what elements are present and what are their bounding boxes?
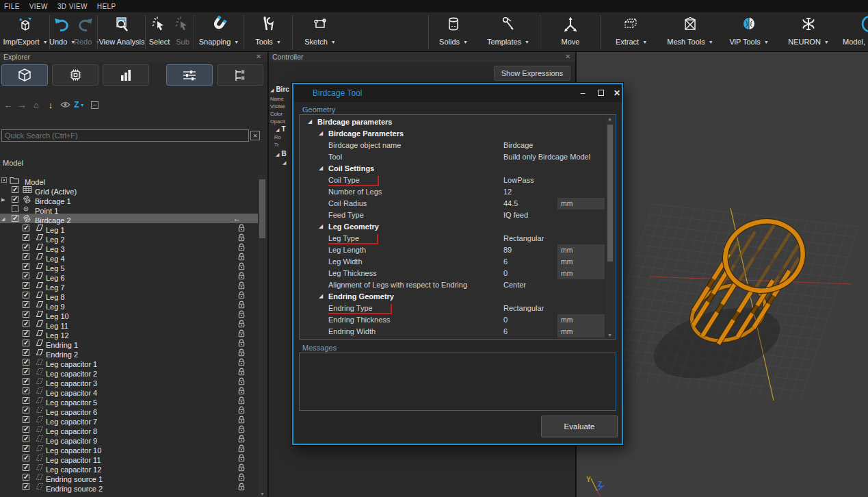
param-value[interactable]: Rectangular bbox=[503, 304, 544, 312]
visibility-checkbox[interactable] bbox=[23, 282, 29, 289]
visibility-checkbox[interactable] bbox=[23, 244, 29, 251]
scrollbar-thumb[interactable] bbox=[259, 179, 265, 238]
tree-item-birdcage-2[interactable]: ◢Birdcage 2← bbox=[0, 214, 258, 223]
search-input[interactable] bbox=[1, 129, 249, 142]
explorer-tab-simulation[interactable] bbox=[52, 64, 98, 86]
dropdown-caret[interactable]: ▼ bbox=[525, 40, 529, 44]
param-value[interactable]: 44.5 bbox=[503, 199, 518, 207]
param-value[interactable]: IQ feed bbox=[503, 211, 528, 219]
param-group-birdcage-parameters[interactable]: ◢Birdcage Parameters bbox=[301, 128, 605, 140]
tree-item-leg-6[interactable]: Leg 6 bbox=[0, 271, 258, 281]
toolbar-sketch[interactable]: Sketch▼ bbox=[294, 14, 346, 51]
close-icon[interactable]: ✕ bbox=[611, 88, 623, 99]
visibility-checkbox[interactable] bbox=[12, 205, 18, 212]
visibility-checkbox[interactable] bbox=[23, 378, 29, 385]
visibility-checkbox[interactable] bbox=[23, 311, 29, 318]
toolbar-vip-tools[interactable]: ViP Tools▼ bbox=[720, 14, 778, 51]
tree-item-leg-capacitor-5[interactable]: Leg capacitor 5 bbox=[0, 396, 258, 405]
tree-item-leg-9[interactable]: Leg 9 bbox=[0, 300, 258, 309]
tree-item-leg-1[interactable]: Leg 1 bbox=[0, 223, 258, 233]
param-group-endring-geometry[interactable]: ◢Endring Geometry bbox=[301, 291, 605, 303]
visibility-checkbox[interactable] bbox=[23, 234, 29, 241]
explorer-tab-analysis[interactable] bbox=[103, 64, 149, 86]
tree-item-leg-8[interactable]: Leg 8 bbox=[0, 290, 258, 300]
expand-expanded-icon[interactable]: ◢ bbox=[1, 214, 5, 224]
visibility-checkbox[interactable] bbox=[23, 397, 29, 404]
toolbar-select[interactable]: Select bbox=[146, 14, 172, 51]
visibility-checkbox[interactable] bbox=[12, 215, 18, 222]
tree-item-leg-capacitor-11[interactable]: Leg capacitor 11 bbox=[0, 453, 258, 463]
visibility-checkbox[interactable] bbox=[23, 340, 29, 346]
tree-item-leg-capacitor-12[interactable]: Leg capacitor 12 bbox=[0, 463, 258, 472]
dropdown-caret[interactable]: ▼ bbox=[234, 40, 239, 44]
explorer-tab-circuit[interactable] bbox=[217, 64, 263, 86]
param-row-endring-thickness[interactable]: Endring Thickness0mm bbox=[301, 314, 605, 326]
show-expressions-button[interactable]: Show Expressions bbox=[494, 66, 570, 81]
param-value[interactable]: Build only Birdcage Model bbox=[503, 153, 590, 161]
tree-item-leg-capacitor-9[interactable]: Leg capacitor 9 bbox=[0, 434, 258, 444]
expand-collapsed-icon[interactable]: ▶ bbox=[1, 195, 5, 205]
explorer-tab-controller[interactable] bbox=[166, 64, 213, 86]
param-value[interactable]: LowPass bbox=[503, 176, 534, 184]
visibility-checkbox[interactable] bbox=[23, 320, 29, 327]
tree-item-leg-2[interactable]: Leg 2 bbox=[0, 233, 258, 242]
param-row-leg-thickness[interactable]: Leg Thickness0mm bbox=[301, 268, 605, 279]
toolbar-solids[interactable]: Solids▼ bbox=[430, 14, 477, 51]
dropdown-caret[interactable]: ▼ bbox=[764, 40, 769, 44]
param-unit-select[interactable]: mm bbox=[557, 198, 605, 209]
toolbar-imp-export[interactable]: Imp/Export▼ bbox=[1, 14, 49, 51]
tree-item-leg-11[interactable]: Leg 11 bbox=[0, 319, 258, 329]
explorer-scrollbar[interactable]: ▼ bbox=[258, 175, 267, 497]
toolbar-undo[interactable]: Undo▼ bbox=[49, 14, 74, 51]
param-value[interactable]: 6 bbox=[503, 327, 508, 335]
visibility-checkbox[interactable] bbox=[23, 225, 29, 231]
param-group-coil-settings[interactable]: ◢Coil Settings bbox=[301, 163, 605, 175]
visibility-checkbox[interactable] bbox=[23, 272, 29, 279]
tree-item-grid-active-[interactable]: Grid (Active) bbox=[0, 185, 258, 194]
visibility-checkbox[interactable] bbox=[23, 387, 29, 394]
dropdown-caret[interactable]: ▼ bbox=[824, 40, 829, 44]
back-icon[interactable]: ← bbox=[2, 99, 14, 111]
visibility-checkbox[interactable] bbox=[12, 196, 18, 203]
visibility-checkbox[interactable] bbox=[23, 464, 29, 471]
param-value[interactable]: Center bbox=[503, 281, 526, 289]
tree-item-leg-capacitor-7[interactable]: Leg capacitor 7 bbox=[0, 415, 258, 424]
param-value[interactable]: 0 bbox=[503, 269, 508, 277]
param-row-leg-width[interactable]: Leg Width6mm bbox=[301, 256, 605, 268]
visibility-checkbox[interactable] bbox=[23, 263, 29, 270]
expand-expanded-icon[interactable]: ◢ bbox=[319, 165, 323, 171]
tree-item-endring-source-2[interactable]: Endring source 2 bbox=[0, 482, 258, 492]
menu-help[interactable]: HELP bbox=[97, 3, 116, 10]
parameters-scrollbar[interactable]: ▲ ▼ bbox=[606, 116, 614, 337]
tree-item-leg-7[interactable]: Leg 7 bbox=[0, 281, 258, 290]
scrollbar-thumb[interactable] bbox=[607, 125, 613, 262]
tree-item-leg-capacitor-8[interactable]: Leg capacitor 8 bbox=[0, 424, 258, 434]
toolbar-sub[interactable]: Sub bbox=[172, 14, 193, 51]
param-value[interactable]: Rectangular bbox=[503, 234, 544, 242]
param-row-birdcage-object-name[interactable]: Birdcage object nameBirdcage bbox=[301, 140, 605, 151]
dropdown-caret[interactable]: ▼ bbox=[642, 40, 647, 44]
param-unit-select[interactable]: mm bbox=[557, 326, 605, 337]
param-row-endring-type[interactable]: Endring TypeRectangular bbox=[301, 303, 605, 314]
toolbar-mesh-tools[interactable]: Mesh Tools▼ bbox=[661, 14, 720, 51]
explorer-close-icon[interactable]: ✕ bbox=[256, 53, 261, 60]
visibility-checkbox[interactable] bbox=[12, 186, 18, 193]
dropdown-caret[interactable]: ▼ bbox=[709, 40, 713, 44]
visibility-checkbox[interactable] bbox=[23, 330, 29, 337]
toolbar-extract[interactable]: Extract▼ bbox=[602, 14, 661, 51]
tree-item-birdcage-1[interactable]: ▶Birdcage 1 bbox=[0, 194, 258, 204]
param-row-tool[interactable]: ToolBuild only Birdcage Model bbox=[301, 151, 605, 163]
tree-item-leg-capacitor-1[interactable]: Leg capacitor 1 bbox=[0, 357, 258, 367]
forward-icon[interactable]: → bbox=[16, 99, 28, 111]
tree-item-leg-12[interactable]: Leg 12 bbox=[0, 329, 258, 338]
menu-3d-view[interactable]: 3D VIEW bbox=[57, 3, 88, 10]
param-row-number-of-legs[interactable]: Number of Legs12 bbox=[301, 186, 605, 198]
param-row-leg-type[interactable]: Leg TypeRectangular bbox=[301, 233, 605, 244]
param-row-leg-length[interactable]: Leg Length89mm bbox=[301, 244, 605, 256]
toolbar-snapping[interactable]: Snapping▼ bbox=[196, 14, 242, 51]
tree-item-leg-capacitor-4[interactable]: Leg capacitor 4 bbox=[0, 386, 258, 396]
scroll-down-icon[interactable]: ▼ bbox=[607, 333, 612, 337]
toolbar-neuron[interactable]: NEURON▼ bbox=[778, 14, 839, 51]
evaluate-button[interactable]: Evaluate bbox=[541, 416, 618, 437]
toolbar-templates[interactable]: Templates▼ bbox=[477, 14, 539, 51]
